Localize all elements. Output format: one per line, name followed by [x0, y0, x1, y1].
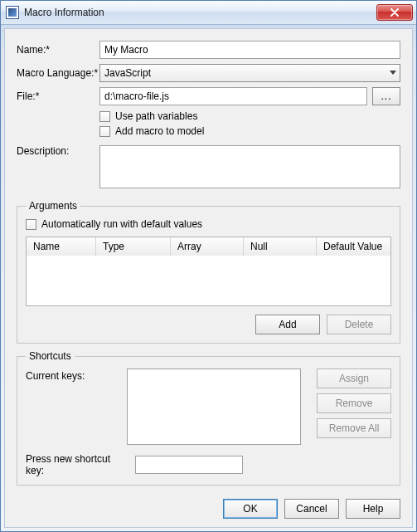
use-path-variables-row: Use path variables [99, 110, 400, 122]
browse-button[interactable]: ... [372, 87, 400, 105]
client-area: Name:* Macro Language:* JavaScript File:… [4, 28, 413, 528]
dialog-window: Macro Information Name:* Macro Language:… [0, 0, 417, 532]
remove-all-button[interactable]: Remove All [317, 418, 391, 438]
auto-run-checkbox[interactable] [26, 219, 36, 230]
remove-button[interactable]: Remove [317, 393, 391, 413]
column-array[interactable]: Array [171, 237, 244, 256]
assign-button[interactable]: Assign [317, 368, 391, 388]
app-icon [6, 6, 19, 19]
column-default[interactable]: Default Value [317, 237, 390, 256]
name-label: Name:* [17, 44, 99, 56]
close-icon [390, 8, 399, 17]
arguments-group: Arguments Automatically run with default… [17, 200, 400, 344]
arguments-buttons: Add Delete [26, 315, 391, 334]
shortcuts-row1: Current keys: Assign Remove Remove All [26, 368, 391, 445]
language-row: Macro Language:* JavaScript [17, 64, 400, 82]
add-macro-to-model-checkbox[interactable] [99, 126, 110, 137]
use-path-variables-checkbox[interactable] [99, 111, 110, 122]
current-keys-listbox[interactable] [127, 368, 301, 445]
column-name[interactable]: Name [27, 237, 96, 256]
language-label: Macro Language:* [17, 67, 99, 79]
file-input[interactable] [99, 87, 367, 105]
use-path-variables-label: Use path variables [115, 110, 197, 122]
file-row: File:* ... [17, 87, 400, 105]
add-macro-to-model-row: Add macro to model [99, 125, 400, 137]
arguments-table: Name Type Array Null Default Value [26, 237, 391, 306]
shortcuts-row2: Press new shortcut key: [26, 453, 391, 476]
name-row: Name:* [17, 41, 400, 59]
description-label: Description: [17, 145, 99, 157]
column-null[interactable]: Null [244, 237, 317, 256]
window-title: Macro Information [24, 7, 376, 18]
help-button[interactable]: Help [346, 499, 400, 519]
arguments-legend: Arguments [26, 200, 80, 212]
file-label: File:* [17, 90, 99, 102]
shortcut-buttons: Assign Remove Remove All [309, 368, 391, 438]
current-keys-label: Current keys: [26, 368, 119, 382]
press-shortcut-label: Press new shortcut key: [26, 453, 130, 476]
shortcuts-legend: Shortcuts [26, 350, 75, 362]
ok-button[interactable]: OK [223, 499, 278, 519]
language-combo[interactable]: JavaScript [99, 64, 400, 82]
auto-run-row: Automatically run with default values [26, 218, 391, 230]
description-textarea[interactable] [99, 145, 400, 188]
auto-run-label: Automatically run with default values [41, 218, 202, 230]
shortcuts-group: Shortcuts Current keys: Assign Remove Re… [17, 350, 400, 486]
dialog-buttons: OK Cancel Help [17, 494, 400, 519]
close-button[interactable] [376, 4, 413, 21]
add-macro-to-model-label: Add macro to model [115, 125, 204, 137]
titlebar: Macro Information [1, 1, 416, 25]
browse-label: ... [381, 90, 391, 102]
arguments-table-header: Name Type Array Null Default Value [27, 237, 390, 256]
description-row: Description: [17, 145, 400, 188]
language-value: JavaScript [104, 67, 151, 79]
shortcut-input[interactable] [135, 456, 243, 474]
column-type[interactable]: Type [96, 237, 171, 256]
name-input[interactable] [99, 41, 400, 59]
arguments-table-body[interactable] [27, 256, 390, 305]
cancel-button[interactable]: Cancel [284, 499, 339, 519]
delete-button[interactable]: Delete [327, 315, 391, 334]
chevron-down-icon [390, 71, 396, 76]
add-button[interactable]: Add [255, 315, 320, 334]
